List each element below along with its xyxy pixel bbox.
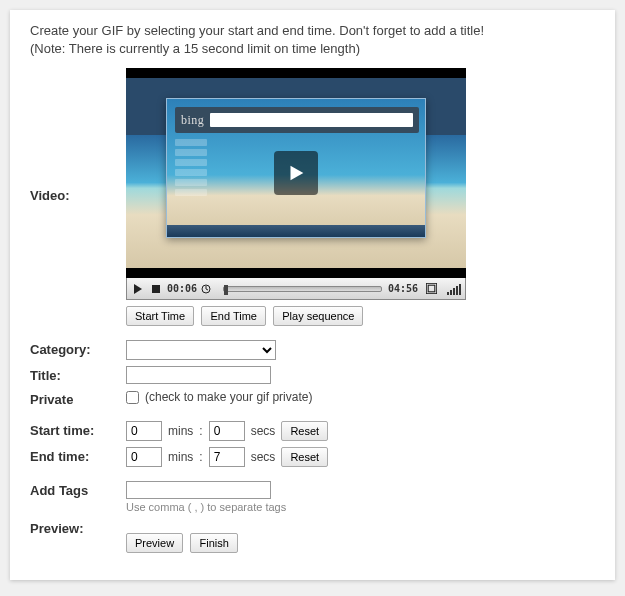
seek-knob[interactable] bbox=[224, 285, 228, 295]
category-label: Category: bbox=[30, 340, 126, 357]
seek-bar[interactable] bbox=[223, 286, 382, 292]
stop-icon bbox=[151, 284, 161, 294]
svg-rect-2 bbox=[426, 283, 437, 294]
bing-logo: bing bbox=[181, 113, 204, 128]
start-secs-input[interactable] bbox=[209, 421, 245, 441]
play-overlay-button[interactable] bbox=[274, 151, 318, 195]
end-secs-input[interactable] bbox=[209, 447, 245, 467]
end-mins-input[interactable] bbox=[126, 447, 162, 467]
play-sequence-button[interactable]: Play sequence bbox=[273, 306, 363, 326]
tags-hint: Use comma ( , ) to separate tags bbox=[126, 501, 595, 513]
start-time-label: Start time: bbox=[30, 421, 126, 438]
title-label: Title: bbox=[30, 366, 126, 383]
private-checkbox[interactable] bbox=[126, 391, 139, 404]
svg-rect-3 bbox=[428, 286, 435, 293]
total-time: 04:56 bbox=[388, 283, 418, 294]
end-time-button[interactable]: End Time bbox=[201, 306, 265, 326]
bing-search-bar bbox=[210, 113, 413, 127]
private-hint: (check to make your gif private) bbox=[145, 390, 312, 404]
instructions-line2: (Note: There is currently a 15 second li… bbox=[30, 41, 360, 56]
instructions: Create your GIF by selecting your start … bbox=[30, 22, 595, 58]
tags-input[interactable] bbox=[126, 481, 271, 499]
private-label: Private bbox=[30, 390, 126, 407]
start-reset-button[interactable]: Reset bbox=[281, 421, 328, 441]
end-reset-button[interactable]: Reset bbox=[281, 447, 328, 467]
svg-rect-0 bbox=[152, 285, 160, 293]
video-player[interactable]: bing bbox=[126, 68, 466, 278]
start-mins-input[interactable] bbox=[126, 421, 162, 441]
category-select[interactable] bbox=[126, 340, 276, 360]
time-colon: : bbox=[199, 424, 202, 438]
title-input[interactable] bbox=[126, 366, 271, 384]
play-icon bbox=[285, 162, 307, 184]
time-colon-2: : bbox=[199, 450, 202, 464]
add-tags-label: Add Tags bbox=[30, 481, 126, 498]
video-controls-bar: 00:06 04:56 bbox=[126, 278, 466, 300]
preview-button[interactable]: Preview bbox=[126, 533, 183, 553]
secs-label: secs bbox=[251, 424, 276, 438]
fullscreen-button[interactable] bbox=[424, 282, 438, 296]
preview-label: Preview: bbox=[30, 519, 126, 536]
current-time: 00:06 bbox=[167, 283, 197, 294]
play-small-icon bbox=[133, 284, 143, 294]
fullscreen-icon bbox=[426, 283, 437, 294]
secs-label-2: secs bbox=[251, 450, 276, 464]
start-time-button[interactable]: Start Time bbox=[126, 306, 194, 326]
play-button[interactable] bbox=[131, 282, 145, 296]
stop-button[interactable] bbox=[149, 282, 163, 296]
video-thumbnail: bing bbox=[126, 78, 466, 268]
volume-control[interactable] bbox=[446, 283, 461, 295]
finish-button[interactable]: Finish bbox=[190, 533, 237, 553]
clock-icon bbox=[199, 282, 213, 296]
instructions-line1: Create your GIF by selecting your start … bbox=[30, 23, 484, 38]
mins-label: mins bbox=[168, 424, 193, 438]
end-time-label: End time: bbox=[30, 447, 126, 464]
mins-label-2: mins bbox=[168, 450, 193, 464]
video-label: Video: bbox=[30, 68, 126, 203]
